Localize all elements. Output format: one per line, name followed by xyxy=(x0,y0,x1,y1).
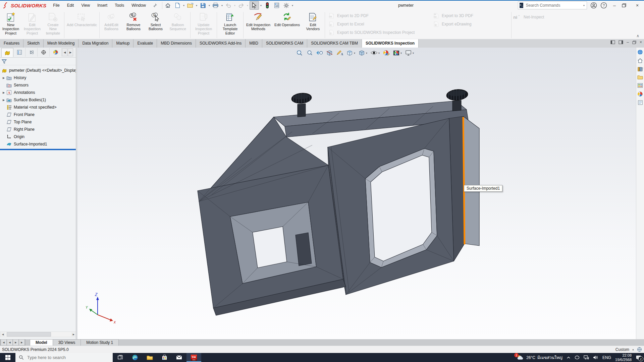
new-document-caret[interactable]: ▾ xyxy=(182,4,185,7)
restore-button[interactable] xyxy=(622,3,630,7)
save-button[interactable] xyxy=(199,1,207,9)
zoom-fit-button[interactable] xyxy=(295,49,304,57)
tree-root[interactable]: pwmeter (Default) <<Default>_Display xyxy=(0,67,76,74)
fm-tabs-scroll-left[interactable]: ◀ xyxy=(62,48,67,56)
new-document-button[interactable] xyxy=(173,1,182,9)
doc-minimize-button[interactable]: – xyxy=(627,40,629,45)
previous-tab-button[interactable]: ◀ xyxy=(7,339,13,346)
open-document-button[interactable] xyxy=(186,1,195,9)
options-gear-button[interactable] xyxy=(282,1,290,9)
scrollbar-thumb[interactable] xyxy=(7,332,51,337)
tab-solidworks-cam[interactable]: SOLIDWORKS CAM xyxy=(262,39,307,48)
help-icon[interactable]: ? xyxy=(600,2,607,9)
menu-window[interactable]: Window xyxy=(128,2,149,9)
ribbon-create-new-template[interactable]: Create New template xyxy=(43,11,63,36)
export-to-2d-pdf[interactable]: PDF Export to 2D PDF xyxy=(328,13,429,19)
property-manager-tab[interactable] xyxy=(14,48,25,57)
previous-view-button[interactable] xyxy=(315,49,324,57)
pin-menu-icon[interactable] xyxy=(153,3,157,8)
undo-button[interactable] xyxy=(224,1,233,9)
ribbon-edit-operations[interactable]: Edit Operations xyxy=(272,11,302,27)
tab-solidworks-inspection[interactable]: SOLIDWORKS Inspection xyxy=(362,39,419,48)
ribbon-select-balloons[interactable]: 11 Select Balloons xyxy=(145,11,166,32)
pane-left-icon[interactable] xyxy=(610,40,615,44)
export-edrawing[interactable]: e Export eDrawing xyxy=(433,21,508,27)
ribbon-edit-inspection-methods[interactable]: Edit Inspection Methods xyxy=(245,11,272,32)
tab-evaluate[interactable]: Evaluate xyxy=(133,39,157,48)
model-tab[interactable]: Model xyxy=(30,339,53,346)
redo-button[interactable] xyxy=(237,1,246,9)
motion-study-tab[interactable]: Motion Study 1 xyxy=(80,339,119,346)
ribbon-new-inspection-project[interactable]: New Inspection Project xyxy=(0,11,21,36)
menu-tools[interactable]: Tools xyxy=(111,2,127,9)
display-manager-tab[interactable] xyxy=(50,48,62,57)
tree-item-history[interactable]: ▶ History xyxy=(0,74,76,81)
taskbar-search[interactable] xyxy=(15,353,113,362)
expand-icon[interactable]: ▶ xyxy=(1,99,6,102)
design-library-icon[interactable] xyxy=(637,66,643,72)
tab-sketch[interactable]: Sketch xyxy=(23,39,44,48)
open-document-caret[interactable]: ▾ xyxy=(195,4,198,7)
graphics-viewport[interactable]: Z x Y A ▾ ▾ ▾ ▾ ▾ xyxy=(77,47,644,339)
next-tab-button[interactable]: ▶ xyxy=(13,339,19,346)
print-caret[interactable]: ▾ xyxy=(221,4,223,7)
tab-markup[interactable]: Markup xyxy=(112,39,133,48)
status-custom-caret[interactable]: ▲ xyxy=(632,348,634,351)
print-button[interactable] xyxy=(211,1,220,9)
ribbon-balloon-sequence[interactable]: 12 Balloon Sequence xyxy=(166,11,189,32)
microsoft-store-button[interactable] xyxy=(157,353,172,362)
network-icon[interactable] xyxy=(584,355,589,360)
apply-scene-button[interactable]: ▾ xyxy=(392,49,403,57)
featuremanager-tree-tab[interactable] xyxy=(1,48,13,57)
3d-views-tab[interactable]: 3D Views xyxy=(53,339,81,346)
solidworks-app-button[interactable]: SW2024 xyxy=(186,353,201,362)
tree-item-front-plane[interactable]: Front Plane xyxy=(0,111,76,118)
ribbon-update-inspection-project[interactable]: Update Inspection Project xyxy=(192,11,216,36)
tree-item-origin[interactable]: Origin xyxy=(0,133,76,140)
tab-solidworks-addins[interactable]: SOLIDWORKS Add-Ins xyxy=(196,39,246,48)
tab-mesh-modeling[interactable]: Mesh Modeling xyxy=(44,39,78,48)
tray-chevron-icon[interactable] xyxy=(567,356,571,359)
status-custom-label[interactable]: Custom xyxy=(615,347,629,352)
tab-mbd[interactable]: MBD xyxy=(246,39,262,48)
clock-widget[interactable]: 22:08 19/6/2568 xyxy=(615,353,632,362)
ribbon-add-edit-balloons[interactable]: 111 Add/Edit Balloons xyxy=(101,11,122,32)
tree-item-surface-bodies[interactable]: ▶ Surface Bodies(1) xyxy=(0,96,76,104)
panel-horizontal-scrollbar[interactable]: ◀ ▶ xyxy=(0,331,76,337)
ribbon-add-characteristic[interactable]: Add Characteristic xyxy=(65,11,98,27)
mail-button[interactable] xyxy=(172,353,186,362)
home-button[interactable] xyxy=(164,1,172,9)
ribbon-edit-inspection-project[interactable]: Edit Inspection Project xyxy=(21,11,43,36)
fm-tabs-scroll-right[interactable]: ▶ xyxy=(68,48,73,56)
last-tab-button[interactable]: ▶ xyxy=(19,339,25,346)
menu-insert[interactable]: Insert xyxy=(94,2,111,9)
minimize-button[interactable]: – xyxy=(610,3,619,8)
file-explorer-pane-icon[interactable] xyxy=(637,75,643,80)
tree-item-annotations[interactable]: ▶ A Annotations xyxy=(0,89,76,96)
model-3d-view[interactable]: Z x Y xyxy=(77,47,644,339)
redo-caret[interactable]: ▾ xyxy=(246,4,249,7)
tab-features[interactable]: Features xyxy=(0,39,23,48)
hide-show-items-button[interactable]: ▾ xyxy=(369,49,381,57)
task-view-button[interactable] xyxy=(113,353,127,362)
expand-icon[interactable]: ▶ xyxy=(1,76,6,79)
tab-mbd-dimensions[interactable]: MBD Dimensions xyxy=(157,39,196,48)
ribbon-remove-balloons[interactable]: 111 Remove Balloons xyxy=(122,11,145,32)
view-orientation-button[interactable]: ▾ xyxy=(345,49,356,57)
pane-right-icon[interactable] xyxy=(619,40,623,44)
status-globe-icon[interactable] xyxy=(637,347,642,352)
select-tool-caret[interactable]: ▾ xyxy=(260,4,262,7)
export-to-sw-inspection-project[interactable]: Export to SOLIDWORKS Inspection Project xyxy=(328,29,429,36)
select-tool-button[interactable] xyxy=(250,1,259,10)
home-pane-icon[interactable] xyxy=(637,58,643,63)
tree-item-surface-imported1[interactable]: Surface-Imported1 xyxy=(0,140,76,148)
account-icon[interactable] xyxy=(590,2,597,9)
expand-icon[interactable]: ▶ xyxy=(1,91,6,94)
tab-solidworks-cam-tbm[interactable]: SOLIDWORKS CAM TBM xyxy=(307,39,362,48)
save-caret[interactable]: ▾ xyxy=(208,4,211,7)
dimxpert-manager-tab[interactable] xyxy=(38,48,50,57)
language-indicator[interactable]: ENG xyxy=(602,355,611,360)
doc-restore-button[interactable] xyxy=(632,41,636,44)
scroll-right-button[interactable]: ▶ xyxy=(71,332,76,337)
command-search-input[interactable] xyxy=(525,3,579,8)
